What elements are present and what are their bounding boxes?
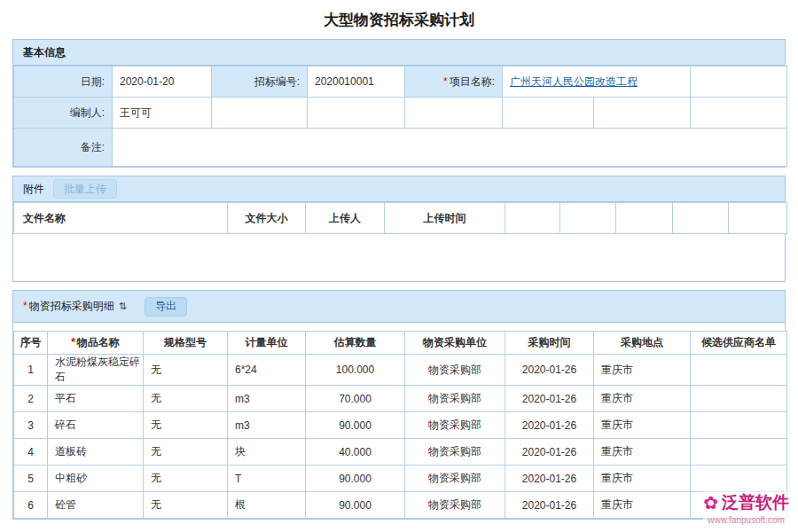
remark-label: 备注: — [14, 129, 113, 167]
details-col-header: 计量单位 — [228, 332, 306, 355]
project-name-label: *项目名称: — [405, 66, 503, 98]
date-value: 2020-01-20 — [113, 66, 212, 98]
table-cell: 水泥粉煤灰稳定碎石 — [48, 355, 144, 386]
attachments-section: 附件 批量上传 文件名称文件大小上传人上传时间 — [12, 176, 786, 282]
attachment-col-header — [673, 203, 729, 234]
attachment-col-header — [560, 203, 616, 234]
table-row: 编制人: 王可可 — [14, 98, 787, 129]
details-col-header: 估算数量 — [306, 332, 405, 355]
table-cell: 无 — [144, 386, 228, 412]
remark-value — [113, 129, 787, 167]
export-button[interactable]: 导出 — [145, 297, 187, 317]
basic-info-table: 日期: 2020-01-20 招标编号: 2020010001 *项目名称: 广… — [13, 66, 787, 167]
sort-icon[interactable]: ⇅ — [119, 301, 127, 312]
attachments-header: 附件 批量上传 — [13, 176, 785, 202]
details-header: *物资招标采购明细 ⇅ 导出 — [13, 291, 785, 323]
table-cell: 2 — [14, 386, 48, 412]
details-header-row: 序号*物品名称规格型号计量单位估算数量物资采购单位采购时间采购地点候选供应商名单 — [14, 332, 787, 355]
basic-info-header: 基本信息 — [13, 40, 785, 66]
table-cell: 2020-01-26 — [505, 386, 594, 412]
table-cell — [691, 466, 787, 492]
table-row: 4道板砖无块40.000物资采购部2020-01-26重庆市 — [14, 439, 787, 466]
details-col-header: 候选供应商名单 — [691, 332, 787, 355]
vendor-logo-icon: ✿ — [703, 494, 718, 512]
table-cell: 中粗砂 — [48, 466, 144, 492]
details-col-header: 序号 — [14, 332, 48, 355]
attachment-col-header: 上传时间 — [385, 203, 505, 234]
required-mark: * — [23, 300, 27, 312]
table-cell: 重庆市 — [594, 386, 691, 412]
project-name-cell: 广州天河人民公园改造工程 — [503, 66, 691, 98]
table-cell — [691, 386, 787, 412]
table-cell: 2020-01-26 — [505, 439, 594, 466]
basic-info-title: 基本信息 — [23, 45, 66, 60]
details-col-header: *物品名称 — [48, 332, 144, 355]
page-title: 大型物资招标采购计划 — [0, 0, 798, 39]
table-cell: 重庆市 — [594, 466, 691, 492]
attachment-col-header: 上传人 — [306, 203, 385, 234]
table-cell: 重庆市 — [594, 355, 691, 386]
table-cell: 碎石 — [48, 412, 144, 439]
details-title: *物资招标采购明细 — [23, 299, 114, 314]
table-cell: 6*24 — [228, 355, 306, 386]
empty-cell — [691, 66, 787, 98]
table-cell: 无 — [144, 355, 228, 386]
required-mark: * — [71, 336, 75, 348]
table-cell: 物资采购部 — [405, 355, 505, 386]
table-row: 5中粗砂无T90.000物资采购部2020-01-26重庆市 — [14, 466, 787, 492]
table-cell: 物资采购部 — [405, 439, 505, 466]
empty-cell — [212, 98, 308, 129]
attachment-col-header — [616, 203, 673, 234]
author-label: 编制人: — [14, 98, 113, 129]
table-cell: 1 — [14, 355, 48, 386]
bid-number-label: 招标编号: — [212, 66, 308, 98]
attachments-table: 文件名称文件大小上传人上传时间 — [13, 202, 787, 234]
table-cell: 90.000 — [306, 492, 405, 519]
table-cell: 6 — [14, 492, 48, 519]
table-cell: 4 — [14, 439, 48, 466]
table-cell: 无 — [144, 492, 228, 519]
details-col-header: 采购地点 — [594, 332, 691, 355]
table-cell: 平石 — [48, 386, 144, 412]
empty-cell — [405, 98, 503, 129]
table-cell: 2020-01-26 — [505, 355, 594, 386]
vendor-watermark: ✿ 泛普软件 www.fanpusoft.com — [703, 491, 789, 525]
attachments-header-row: 文件名称文件大小上传人上传时间 — [14, 203, 787, 234]
table-cell: 无 — [144, 412, 228, 439]
empty-cell — [691, 98, 787, 129]
table-cell: 无 — [144, 466, 228, 492]
attachment-col-header: 文件大小 — [228, 203, 306, 234]
details-col-header: 物资采购单位 — [405, 332, 505, 355]
table-row: 3碎石无m390.000物资采购部2020-01-26重庆市 — [14, 412, 787, 439]
table-row: 2平石无m370.000物资采购部2020-01-26重庆市 — [14, 386, 787, 412]
table-cell: 3 — [14, 412, 48, 439]
table-cell: 90.000 — [306, 466, 405, 492]
batch-upload-button[interactable]: 批量上传 — [53, 179, 117, 199]
empty-cell — [308, 98, 405, 129]
table-cell — [691, 439, 787, 466]
attachment-col-header: 文件名称 — [14, 203, 228, 234]
table-cell: 物资采购部 — [405, 386, 505, 412]
table-cell: 重庆市 — [594, 412, 691, 439]
table-cell: m3 — [228, 386, 306, 412]
table-cell: 道板砖 — [48, 439, 144, 466]
details-col-header: 规格型号 — [144, 332, 228, 355]
attachment-col-header — [729, 203, 787, 234]
details-table: 序号*物品名称规格型号计量单位估算数量物资采购单位采购时间采购地点候选供应商名单… — [13, 331, 787, 519]
table-cell: 2020-01-26 — [505, 492, 594, 519]
table-cell: 70.000 — [306, 386, 405, 412]
table-cell: 重庆市 — [594, 492, 691, 519]
table-row: 备注: — [14, 129, 787, 167]
project-name-link[interactable]: 广州天河人民公园改造工程 — [510, 75, 638, 88]
date-label: 日期: — [14, 66, 113, 98]
vendor-url: www.fanpusoft.com — [703, 515, 789, 525]
basic-info-section: 基本信息 日期: 2020-01-20 招标编号: 2020010001 *项目… — [12, 39, 786, 168]
table-cell: 2020-01-26 — [505, 412, 594, 439]
table-cell — [691, 355, 787, 386]
table-row: 日期: 2020-01-20 招标编号: 2020010001 *项目名称: 广… — [14, 66, 787, 98]
author-value: 王可可 — [113, 98, 212, 129]
attachments-title: 附件 — [23, 182, 44, 197]
table-cell: 物资采购部 — [405, 466, 505, 492]
table-cell: 40.000 — [306, 439, 405, 466]
table-cell: 根 — [228, 492, 306, 519]
